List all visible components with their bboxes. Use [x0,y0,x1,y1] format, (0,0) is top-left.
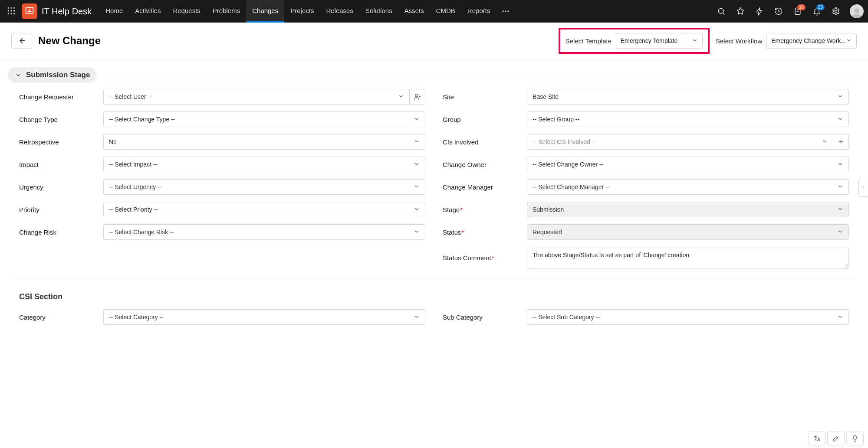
left-column: Change Requester-- Select User --Change … [19,89,425,268]
field-change-manager: Change Manager-- Select Change Manager -… [443,179,849,195]
back-button[interactable] [11,33,32,49]
add-user-icon[interactable] [410,89,425,105]
chevron-down-icon [837,206,843,213]
impact-select[interactable]: -- Select Impact -- [103,157,425,172]
bulb-icon[interactable] [846,432,864,445]
urgency-select[interactable]: -- Select Urgency -- [103,179,425,195]
pin-icon[interactable] [733,3,748,19]
chevron-down-icon [414,206,420,213]
page-title: New Change [38,35,101,47]
right-drawer-toggle[interactable] [858,178,868,197]
nav-tab-projects[interactable]: Projects [284,0,320,23]
apps-grid-icon[interactable] [4,4,22,19]
field-label: Change Type [19,116,97,123]
field-urgency: Urgency-- Select Urgency -- [19,179,425,195]
field-label: Group [443,116,521,123]
nav-tab-requests[interactable]: Requests [167,0,206,23]
chevron-down-icon [692,37,698,45]
chevron-down-icon [414,116,420,123]
add-ci-button[interactable]: + [833,134,849,150]
change-requester-select[interactable]: -- Select User -- [103,89,410,105]
chevron-down-icon [837,314,843,321]
nav-tab-changes[interactable]: Changes [246,0,284,23]
change-owner-select[interactable]: -- Select Change Owner -- [527,157,849,172]
workflow-label: Select Workflow [716,37,762,45]
pending-icon[interactable]: 16 [790,3,806,19]
cis-involved-select[interactable]: -- Select CIs Involved -- [527,134,833,150]
retrospective-select[interactable]: No [103,134,425,150]
csi-left-column: Category-- Select Category -- [19,309,425,325]
field-change-owner: Change Owner-- Select Change Owner -- [443,157,849,172]
field-retrospective: RetrospectiveNo [19,134,425,150]
chevron-down-icon [414,183,420,191]
stage-chip-label: Submission Stage [26,71,90,79]
nav-tab-home[interactable]: Home [99,0,129,23]
field-label: Urgency [19,183,97,191]
stage-toggle[interactable]: Submission Stage [8,67,97,83]
svg-point-8 [13,13,15,14]
field-label: Change Manager [443,183,521,191]
svg-point-7 [10,13,12,14]
workflow-select[interactable]: Emergency Change Work... [766,33,857,49]
status-select[interactable]: Requested [527,224,849,240]
chevron-down-icon [414,161,420,168]
edit-icon[interactable] [827,432,845,445]
change-risk-select[interactable]: -- Select Change Risk -- [103,224,425,240]
field-group: Group-- Select Group -- [443,111,849,127]
change-type-select[interactable]: -- Select Change Type -- [103,111,425,127]
nav-tab-releases[interactable]: Releases [320,0,359,23]
gear-icon[interactable] [828,3,844,19]
svg-point-12 [508,10,509,12]
history-icon[interactable] [771,3,786,19]
svg-point-1 [10,7,12,8]
stage-select[interactable]: Submission [527,202,849,217]
nav-more-icon[interactable] [496,7,515,16]
search-icon[interactable] [713,3,729,19]
field-sub-category: Sub Category-- Select Sub Category -- [443,309,849,325]
notifications-badge: 25 [816,4,825,10]
field-label: Change Requester [19,93,97,101]
field-category: Category-- Select Category -- [19,309,425,325]
section-divider [12,278,856,278]
field-label: CIs Involved [443,138,521,146]
category-select[interactable]: -- Select Category -- [103,309,425,325]
page-header-bar: New Change Select Template Emergency Tem… [0,23,868,59]
nav-tab-problems[interactable]: Problems [207,0,246,23]
template-select[interactable]: Emergency Template [616,33,703,49]
site-select[interactable]: Base Site [527,89,849,105]
svg-point-2 [13,7,15,8]
chevron-down-icon [837,93,843,101]
chevron-down-icon [837,183,843,191]
nav-tab-reports[interactable]: Reports [461,0,496,23]
bell-icon[interactable]: 25 [809,3,825,19]
svg-point-15 [835,10,837,13]
app-logo [22,3,37,19]
nav-tab-assets[interactable]: Assets [398,0,430,23]
field-change-requester: Change Requester-- Select User -- [19,89,425,105]
field-label: Stage* [443,206,521,213]
chevron-down-icon [837,161,843,168]
field-label: Category [19,314,97,321]
field-label: Status* [443,229,521,236]
chevron-down-icon [398,93,404,101]
group-select[interactable]: -- Select Group -- [527,111,849,127]
svg-point-6 [8,13,9,14]
nav-tab-cmdb[interactable]: CMDB [430,0,461,23]
svg-point-17 [415,94,418,97]
footer-toolbar [808,432,864,445]
field-status-comment: Status Comment* [443,247,849,268]
bolt-icon[interactable] [752,3,767,19]
status-comment-textarea[interactable] [527,247,849,268]
change-manager-select[interactable]: -- Select Change Manager -- [527,179,849,195]
svg-point-10 [503,10,504,12]
field-label: Status Comment* [443,254,521,262]
navbar-right-icons: 16 25 [713,3,864,19]
svg-point-4 [10,10,12,11]
sub-category-select[interactable]: -- Select Sub Category -- [527,309,849,325]
translate-icon[interactable] [808,432,825,445]
template-label: Select Template [566,37,612,45]
nav-tab-activities[interactable]: Activities [129,0,167,23]
priority-select[interactable]: -- Select Priority -- [103,202,425,217]
nav-tab-solutions[interactable]: Solutions [359,0,398,23]
avatar[interactable] [850,4,864,18]
